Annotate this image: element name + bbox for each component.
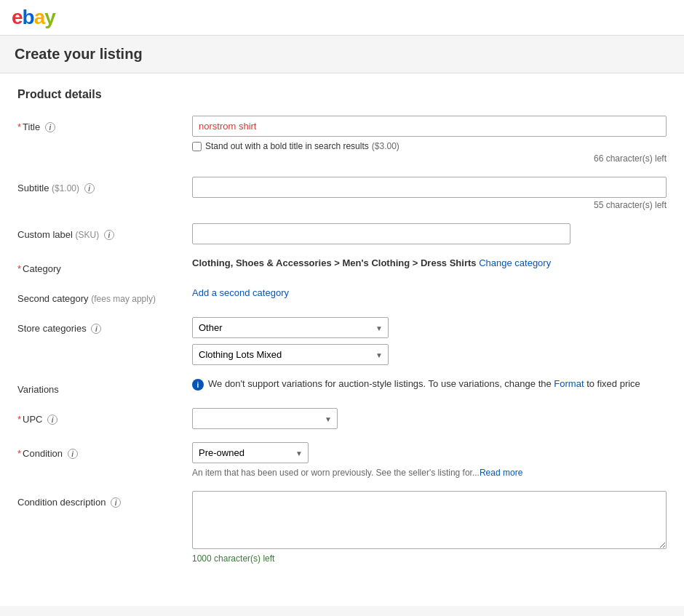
condition-description-control: 1000 character(s) left bbox=[192, 491, 667, 564]
title-row: *Title i Stand out with a bold title in … bbox=[17, 116, 667, 164]
change-category-link[interactable]: Change category bbox=[479, 257, 551, 268]
subtitle-control: 55 character(s) left bbox=[192, 177, 667, 210]
custom-label-label: Custom label (SKU) i bbox=[17, 223, 192, 240]
store-category-1-select[interactable]: Other Clothing Accessories Shoes bbox=[192, 317, 389, 338]
category-path: Clothing, Shoes & Accessories > Men's Cl… bbox=[192, 257, 551, 268]
condition-description-textarea[interactable] bbox=[192, 491, 667, 549]
format-link[interactable]: Format bbox=[554, 378, 584, 389]
upc-control: Does not apply Enter UPC bbox=[192, 408, 667, 429]
header: ebay bbox=[0, 0, 684, 36]
condition-row: *Condition i Pre-owned New with tags New… bbox=[17, 442, 667, 478]
page-title: Create your listing bbox=[15, 46, 669, 63]
condition-control: Pre-owned New with tags New without tags… bbox=[192, 442, 667, 478]
subtitle-input[interactable] bbox=[192, 177, 667, 198]
info-icon: i bbox=[192, 379, 204, 391]
second-category-control: Add a second category bbox=[192, 287, 667, 298]
store-categories-control: Other Clothing Accessories Shoes Clothin… bbox=[192, 317, 667, 365]
store-categories-help-icon[interactable]: i bbox=[91, 324, 101, 334]
store-category-2-select[interactable]: Clothing Lots Mixed Tops Bottoms Outerwe… bbox=[192, 344, 389, 365]
upc-row: *UPC i Does not apply Enter UPC bbox=[17, 408, 667, 429]
ebay-logo: ebay bbox=[12, 6, 672, 29]
condition-label: *Condition i bbox=[17, 442, 192, 459]
condition-desc-char-count: 1000 character(s) left bbox=[192, 553, 667, 564]
read-more-link[interactable]: Read more bbox=[480, 468, 522, 478]
condition-wrapper: Pre-owned New with tags New without tags… bbox=[192, 442, 667, 478]
condition-desc-text: An item that has been used or worn previ… bbox=[192, 468, 667, 478]
title-char-count: 66 character(s) left bbox=[192, 153, 667, 164]
page-title-bar: Create your listing bbox=[0, 36, 684, 73]
upc-help-icon[interactable]: i bbox=[47, 415, 57, 425]
title-control: Stand out with a bold title in search re… bbox=[192, 116, 667, 164]
subtitle-char-count: 55 character(s) left bbox=[192, 200, 667, 210]
subtitle-label: Subtitle ($1.00) i bbox=[17, 177, 192, 193]
category-label: *Category bbox=[17, 257, 192, 274]
section-title: Product details bbox=[17, 88, 667, 101]
store-category-1-wrapper: Other Clothing Accessories Shoes bbox=[192, 317, 389, 338]
second-category-label: Second category (fees may apply) bbox=[17, 287, 192, 304]
store-category-2-wrapper: Clothing Lots Mixed Tops Bottoms Outerwe… bbox=[192, 344, 389, 365]
custom-label-control bbox=[192, 223, 667, 244]
store-categories-label: Store categories i bbox=[17, 317, 192, 334]
condition-description-row: Condition description i 1000 character(s… bbox=[17, 491, 667, 564]
variations-control: i We don't support variations for auctio… bbox=[192, 378, 667, 391]
condition-select-wrapper: Pre-owned New with tags New without tags… bbox=[192, 442, 309, 463]
add-second-category-link[interactable]: Add a second category bbox=[192, 287, 289, 298]
custom-label-help-icon[interactable]: i bbox=[104, 230, 114, 240]
custom-label-input[interactable] bbox=[192, 223, 570, 244]
condition-description-label: Condition description i bbox=[17, 491, 192, 508]
category-control: Clothing, Shoes & Accessories > Men's Cl… bbox=[192, 257, 667, 268]
upc-select[interactable]: Does not apply Enter UPC bbox=[192, 408, 338, 429]
title-input[interactable] bbox=[192, 116, 667, 137]
upc-label: *UPC i bbox=[17, 408, 192, 425]
upc-select-wrapper: Does not apply Enter UPC bbox=[192, 408, 338, 429]
subtitle-row: Subtitle ($1.00) i 55 character(s) left bbox=[17, 177, 667, 210]
bold-title-row: Stand out with a bold title in search re… bbox=[192, 141, 667, 151]
title-label: *Title i bbox=[17, 116, 192, 132]
condition-desc-help-icon[interactable]: i bbox=[111, 497, 121, 508]
subtitle-help-icon[interactable]: i bbox=[84, 183, 95, 193]
variations-label: Variations bbox=[17, 378, 192, 395]
variations-info: i We don't support variations for auctio… bbox=[192, 378, 667, 391]
title-help-icon[interactable]: i bbox=[45, 122, 55, 132]
store-categories-row: Store categories i Other Clothing Access… bbox=[17, 317, 667, 365]
second-category-row: Second category (fees may apply) Add a s… bbox=[17, 287, 667, 304]
main-content: Product details *Title i Stand out with … bbox=[0, 73, 684, 606]
category-row: *Category Clothing, Shoes & Accessories … bbox=[17, 257, 667, 274]
condition-help-icon[interactable]: i bbox=[68, 449, 78, 459]
store-categories-dropdowns: Other Clothing Accessories Shoes Clothin… bbox=[192, 317, 667, 365]
variations-row: Variations i We don't support variations… bbox=[17, 378, 667, 395]
bold-title-checkbox[interactable] bbox=[192, 142, 202, 151]
custom-label-row: Custom label (SKU) i bbox=[17, 223, 667, 244]
condition-select[interactable]: Pre-owned New with tags New without tags… bbox=[192, 442, 309, 463]
